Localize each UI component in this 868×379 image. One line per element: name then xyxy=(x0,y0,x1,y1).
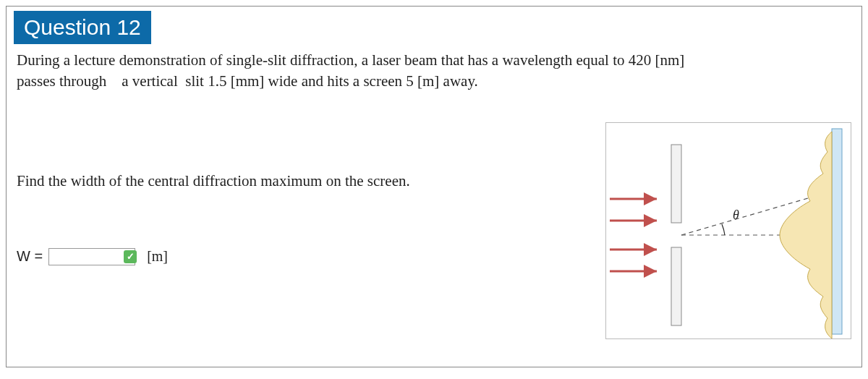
answer-input[interactable] xyxy=(48,248,135,265)
problem-statement: During a lecture demonstration of single… xyxy=(7,44,861,93)
problem-line-1: During a lecture demonstration of single… xyxy=(17,51,684,69)
svg-rect-4 xyxy=(671,145,681,223)
svg-rect-8 xyxy=(832,129,842,334)
theta-label: θ xyxy=(733,208,739,222)
question-badge: Question 12 xyxy=(14,11,151,44)
unit-label: [m] xyxy=(147,248,168,265)
question-container: Question 12 During a lecture demonstrati… xyxy=(6,6,862,367)
svg-rect-5 xyxy=(671,247,681,325)
checkmark-icon: ✓ xyxy=(124,250,137,263)
diffraction-diagram: θ xyxy=(605,122,851,339)
answer-label: W = xyxy=(17,248,43,265)
problem-line-2: passes through a vertical slit 1.5 [mm] … xyxy=(17,72,478,90)
diagram-svg: θ xyxy=(606,123,852,340)
